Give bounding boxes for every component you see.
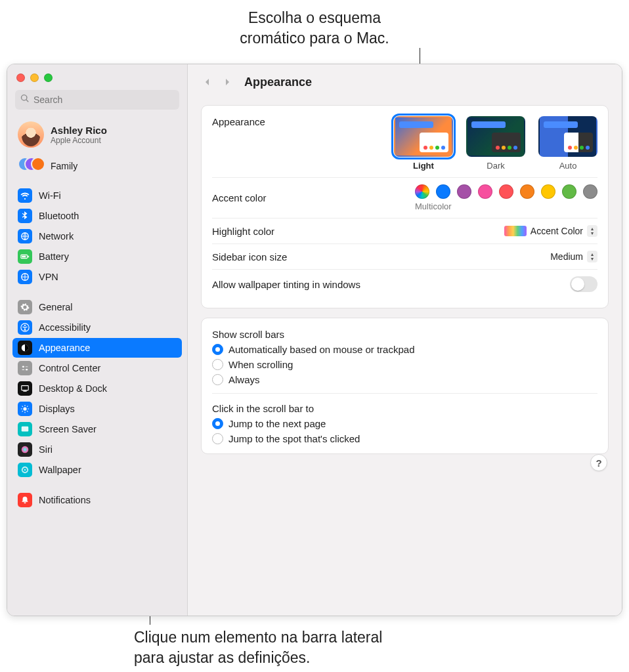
tinting-toggle[interactable] <box>570 276 597 292</box>
accent-label: Accent color <box>212 192 267 203</box>
sidebar-item-siri[interactable]: Siri <box>12 440 182 459</box>
account-subtitle: Apple Account <box>51 136 107 145</box>
sidebar-item-label: Accessibility <box>39 322 91 333</box>
sidebar-item-label: Siri <box>39 444 53 455</box>
scrollbars-option-0[interactable]: Automatically based on mouse or trackpad <box>212 344 597 355</box>
sidebar-item-general[interactable]: General <box>12 297 182 317</box>
sidebar-item-displays[interactable]: Displays <box>12 399 182 419</box>
displays-icon <box>18 402 32 416</box>
scrollclick-option-0[interactable]: Jump to the next page <box>212 418 597 429</box>
sidebar-item-label: Network <box>39 231 74 242</box>
close-button[interactable] <box>16 74 25 82</box>
sidebar-item-screen-saver[interactable]: Screen Saver <box>12 419 182 439</box>
highlight-value: Accent Color <box>531 226 583 236</box>
accent-swatch-7[interactable] <box>562 184 576 199</box>
appearance-option-auto[interactable]: Auto <box>538 116 597 171</box>
sidebar-item-label: Control Center <box>39 363 100 373</box>
accent-selected-name: Multicolor <box>415 201 452 211</box>
sidebar-item-control-center[interactable]: Control Center <box>12 358 182 378</box>
sidebar-item-label: Battery <box>39 251 69 262</box>
wifi-icon <box>18 188 32 203</box>
search-icon <box>20 94 30 106</box>
scrollclick-option-label: Jump to the next page <box>228 418 326 429</box>
family-label: Family <box>51 161 77 171</box>
radio-icon <box>212 359 223 370</box>
sidebar-item-wallpaper[interactable]: Wallpaper <box>12 460 182 480</box>
sidebar-item-network[interactable]: Network <box>12 226 182 246</box>
accent-swatch-2[interactable] <box>457 184 471 199</box>
appearance-option-dark[interactable]: Dark <box>466 116 525 171</box>
back-button[interactable] <box>201 75 214 89</box>
accent-swatch-4[interactable] <box>499 184 513 199</box>
appearance-thumb-auto <box>538 116 597 157</box>
account-row[interactable]: Ashley Rico Apple Account <box>7 116 187 153</box>
scrollbars-option-1[interactable]: When scrolling <box>212 359 597 370</box>
sidebar-item-label: VPN <box>39 272 58 282</box>
sidebar-item-label: Bluetooth <box>39 211 79 221</box>
scrollbars-group: Automatically based on mouse or trackpad… <box>212 344 597 385</box>
sidebar-item-desktop-dock[interactable]: Desktop & Dock <box>12 379 182 398</box>
family-row[interactable]: Family <box>7 153 187 183</box>
minimize-button[interactable] <box>30 74 39 82</box>
sidebar-item-vpn[interactable]: VPN <box>12 267 182 287</box>
battery-icon <box>18 249 32 264</box>
sidebar-icon-size-label: Sidebar icon size <box>212 251 287 262</box>
appearance-thumb-light <box>394 116 453 157</box>
accent-swatch-1[interactable] <box>436 184 450 199</box>
accent-swatch-8[interactable] <box>583 184 597 199</box>
highlight-select[interactable]: Accent Color ▴▾ <box>504 225 597 237</box>
preferences-window: Ashley Rico Apple Account Family Wi-FiBl… <box>7 64 622 616</box>
scrollclick-group: Jump to the next pageJump to the spot th… <box>212 418 597 444</box>
sidebar-item-label: Displays <box>39 404 75 414</box>
scrollclick-option-label: Jump to the spot that's clicked <box>228 433 360 444</box>
sidebar-item-appearance[interactable]: Appearance <box>12 338 182 358</box>
scroll-panel: Show scroll bars Automatically based on … <box>201 318 609 454</box>
appearance-option-label: Dark <box>487 161 504 171</box>
accent-swatch-6[interactable] <box>541 184 555 199</box>
page-title: Appearance <box>244 75 312 89</box>
desktop-icon <box>18 381 32 396</box>
scrollclick-option-1[interactable]: Jump to the spot that's clicked <box>212 433 597 444</box>
help-button[interactable]: ? <box>590 454 607 471</box>
svg-rect-13 <box>22 427 29 432</box>
appearance-option-light[interactable]: Light <box>394 116 453 171</box>
accessibility-icon <box>18 320 32 335</box>
radio-icon <box>212 418 223 429</box>
sidebar-list: Wi-FiBluetoothNetworkBatteryVPNGeneralAc… <box>7 183 187 616</box>
sidebar-item-wi-fi[interactable]: Wi-Fi <box>12 186 182 205</box>
sidebar-item-label: Desktop & Dock <box>39 383 107 394</box>
gear-icon <box>18 300 32 314</box>
search-input[interactable] <box>33 94 174 105</box>
svg-point-14 <box>22 446 29 453</box>
sidebar-item-battery[interactable]: Battery <box>12 247 182 266</box>
sidebar-item-bluetooth[interactable]: Bluetooth <box>12 206 182 226</box>
svg-rect-11 <box>23 391 26 392</box>
svg-rect-10 <box>22 386 29 390</box>
family-icon <box>18 157 44 175</box>
sidebar-icon-size-select[interactable]: Medium ▴▾ <box>550 251 597 262</box>
titlebar: Appearance <box>188 64 622 100</box>
svg-point-6 <box>24 325 26 326</box>
scrollbars-option-2[interactable]: Always <box>212 374 597 385</box>
accent-swatch-3[interactable] <box>478 184 492 199</box>
svg-point-9 <box>26 369 28 371</box>
forward-button[interactable] <box>221 75 234 89</box>
sidebar: Ashley Rico Apple Account Family Wi-FiBl… <box>7 64 188 616</box>
sidebar-item-notifications[interactable]: Notifications <box>12 490 182 510</box>
scrollbars-option-label: Always <box>228 374 260 385</box>
appearance-panel: Appearance LightDarkAuto Accent color Mu… <box>201 105 609 308</box>
sidebar-item-label: Notifications <box>39 495 91 505</box>
scrollbars-option-label: When scrolling <box>228 359 293 370</box>
accent-swatch-0[interactable] <box>415 184 429 199</box>
appearance-thumb-dark <box>466 116 525 157</box>
accent-swatch-5[interactable] <box>520 184 534 199</box>
sidebar-item-accessibility[interactable]: Accessibility <box>12 318 182 337</box>
bluetooth-icon <box>18 209 32 223</box>
search-field[interactable] <box>15 90 179 110</box>
sidebar-icon-size-value: Medium <box>550 251 583 262</box>
appearance-icon <box>18 341 32 355</box>
accent-swatches <box>415 184 597 199</box>
network-icon <box>18 229 32 243</box>
zoom-button[interactable] <box>44 74 53 82</box>
svg-point-12 <box>23 407 26 410</box>
